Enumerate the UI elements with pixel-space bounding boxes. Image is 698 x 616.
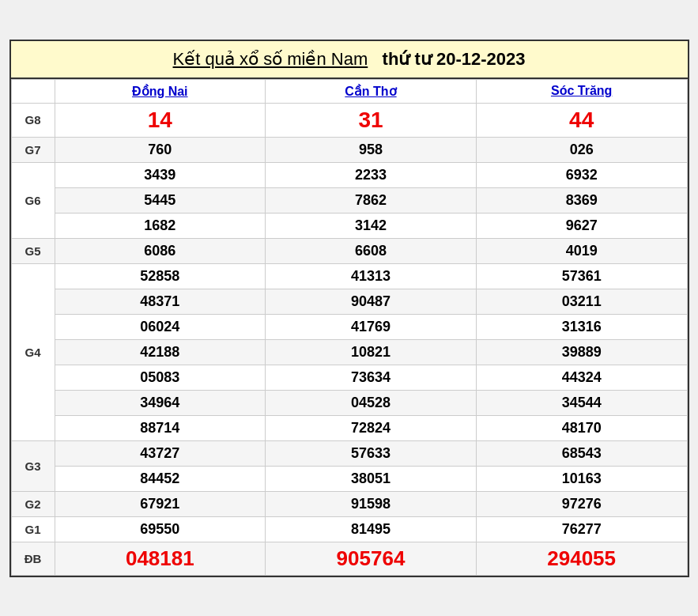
row-g4-5: 05083 73634 44324 [11, 365, 687, 390]
g4-r4-v1: 42188 [55, 339, 266, 365]
title-bar: Kết quả xổ số miền Nam thứ tư 20-12-2023 [11, 41, 688, 79]
g6-r1-v1: 3439 [55, 162, 266, 187]
label-g7: G7 [11, 137, 55, 162]
g6-r1-v3: 6932 [476, 162, 687, 187]
row-g6-3: 1682 3142 9627 [11, 213, 687, 238]
g4-r4-v3: 39889 [476, 339, 687, 365]
g6-r3-v3: 9627 [476, 213, 687, 238]
g6-r3-v2: 3142 [266, 213, 477, 238]
g4-r2-v1: 48371 [55, 289, 266, 314]
db-v2: 905764 [266, 542, 477, 575]
main-container: Kết quả xổ số miền Nam thứ tư 20-12-2023… [9, 40, 689, 577]
g4-r2-v2: 90487 [266, 289, 477, 314]
label-g8: G8 [11, 103, 55, 137]
row-g4-6: 34964 04528 34544 [11, 390, 687, 415]
g8-v1: 14 [55, 103, 266, 137]
g4-r5-v1: 05083 [55, 365, 266, 390]
g3-r1-v1: 43727 [55, 440, 266, 466]
g6-r2-v3: 8369 [476, 187, 687, 213]
g4-r5-v2: 73634 [266, 365, 477, 390]
row-g4-1: G4 52858 41313 57361 [11, 263, 687, 289]
title-part1: Kết quả xổ số miền Nam [173, 49, 368, 69]
row-g4-2: 48371 90487 03211 [11, 289, 687, 314]
g5-v1: 6086 [55, 238, 266, 263]
g8-v2: 31 [266, 103, 477, 137]
row-g3-2: 84452 38051 10163 [11, 466, 687, 491]
result-table: Đồng Nai Cần Thơ Sóc Trăng G8 14 31 44 G… [11, 79, 688, 576]
row-g3-1: G3 43727 57633 68543 [11, 440, 687, 466]
title-part2: thứ tư 20-12-2023 [383, 49, 526, 69]
g7-v3: 026 [476, 137, 687, 162]
label-g2: G2 [11, 491, 55, 516]
label-db: ĐB [11, 542, 55, 575]
row-g8: G8 14 31 44 [11, 103, 687, 137]
g6-r2-v2: 7862 [266, 187, 477, 213]
g2-v1: 67921 [55, 491, 266, 516]
label-g1: G1 [11, 516, 55, 542]
g6-r1-v2: 2233 [266, 162, 477, 187]
row-g6-1: G6 3439 2233 6932 [11, 162, 687, 187]
g7-v2: 958 [266, 137, 477, 162]
g6-r2-v1: 5445 [55, 187, 266, 213]
row-g4-7: 88714 72824 48170 [11, 415, 687, 440]
g4-r1-v3: 57361 [476, 263, 687, 289]
label-g6: G6 [11, 162, 55, 238]
g2-v2: 91598 [266, 491, 477, 516]
col3-link[interactable]: Sóc Trăng [551, 84, 612, 97]
row-g1: G1 69550 81495 76277 [11, 516, 687, 542]
g7-v1: 760 [55, 137, 266, 162]
g4-r4-v2: 10821 [266, 339, 477, 365]
row-db: ĐB 048181 905764 294055 [11, 542, 687, 575]
row-g7: G7 760 958 026 [11, 137, 687, 162]
g4-r6-v2: 04528 [266, 390, 477, 415]
g3-r1-v2: 57633 [266, 440, 477, 466]
col2-link[interactable]: Cần Thơ [345, 85, 396, 98]
row-g4-3: 06024 41769 31316 [11, 314, 687, 339]
g4-r1-v1: 52858 [55, 263, 266, 289]
g3-r2-v2: 38051 [266, 466, 477, 491]
row-g6-2: 5445 7862 8369 [11, 187, 687, 213]
header-col3[interactable]: Sóc Trăng [476, 79, 687, 103]
label-g3: G3 [11, 440, 55, 491]
g1-v3: 76277 [476, 516, 687, 542]
g6-r3-v1: 1682 [55, 213, 266, 238]
g1-v1: 69550 [55, 516, 266, 542]
col1-link[interactable]: Đồng Nai [132, 85, 187, 98]
db-v1: 048181 [55, 542, 266, 575]
table-header: Đồng Nai Cần Thơ Sóc Trăng [11, 79, 687, 103]
g2-v3: 97276 [476, 491, 687, 516]
g4-r1-v2: 41313 [266, 263, 477, 289]
g4-r2-v3: 03211 [476, 289, 687, 314]
g4-r7-v2: 72824 [266, 415, 477, 440]
g4-r6-v3: 34544 [476, 390, 687, 415]
g5-v3: 4019 [476, 238, 687, 263]
label-g5: G5 [11, 238, 55, 263]
g4-r7-v1: 88714 [55, 415, 266, 440]
header-label-empty [11, 79, 55, 103]
row-g2: G2 67921 91598 97276 [11, 491, 687, 516]
g4-r7-v3: 48170 [476, 415, 687, 440]
g4-r5-v3: 44324 [476, 365, 687, 390]
row-g4-4: 42188 10821 39889 [11, 339, 687, 365]
header-col1[interactable]: Đồng Nai [55, 79, 266, 103]
header-col2[interactable]: Cần Thơ [266, 79, 477, 103]
g3-r2-v1: 84452 [55, 466, 266, 491]
g4-r3-v3: 31316 [476, 314, 687, 339]
g3-r1-v3: 68543 [476, 440, 687, 466]
g4-r3-v2: 41769 [266, 314, 477, 339]
g1-v2: 81495 [266, 516, 477, 542]
label-g4: G4 [11, 263, 55, 440]
g5-v2: 6608 [266, 238, 477, 263]
g8-v3: 44 [476, 103, 687, 137]
db-v3: 294055 [476, 542, 687, 575]
g4-r6-v1: 34964 [55, 390, 266, 415]
row-g5: G5 6086 6608 4019 [11, 238, 687, 263]
g3-r2-v3: 10163 [476, 466, 687, 491]
g4-r3-v1: 06024 [55, 314, 266, 339]
